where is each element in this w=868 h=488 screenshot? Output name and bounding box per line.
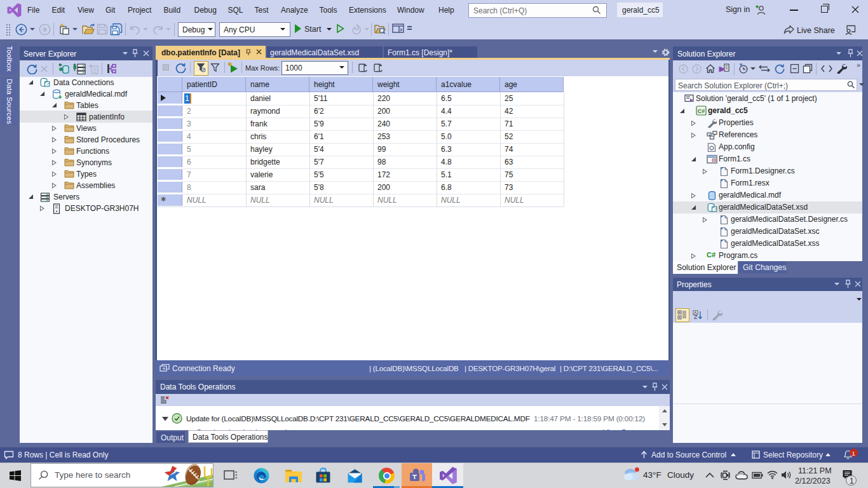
- svg-text:C#: C#: [698, 108, 705, 114]
